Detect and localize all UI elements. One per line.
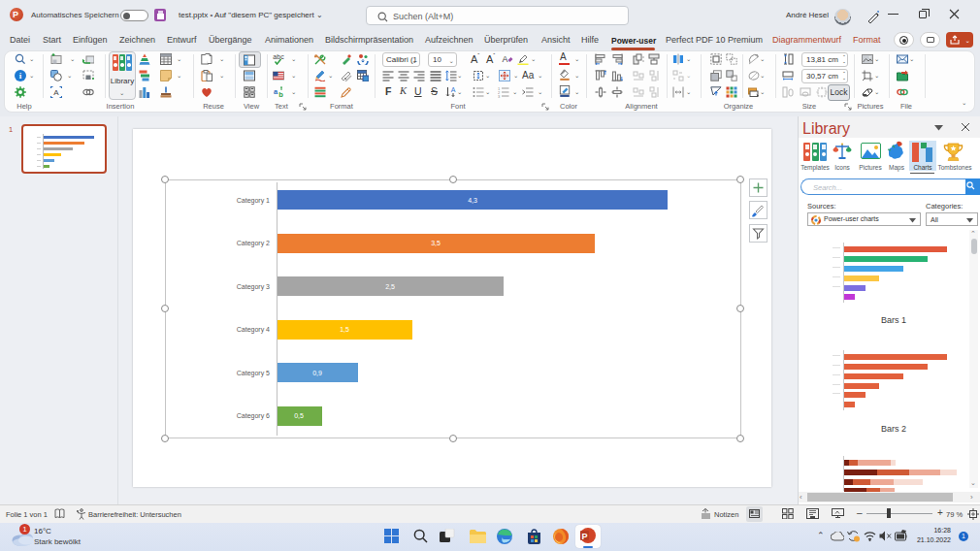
svg-text:A: A [502,54,507,64]
svg-text:b: b [278,90,283,99]
svg-text:A: A [451,86,456,93]
svg-text:A: A [53,88,59,97]
svg-text:a: a [274,87,278,96]
svg-text:P: P [581,532,587,541]
svg-text:abc: abc [273,53,284,60]
svg-text:3: 3 [498,94,501,99]
